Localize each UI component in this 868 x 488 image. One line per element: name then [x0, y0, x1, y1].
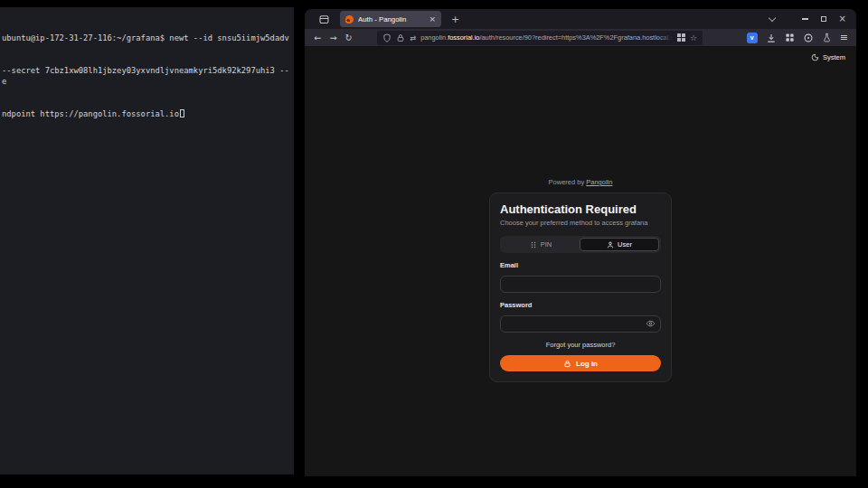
blue-extension-icon[interactable]: v — [747, 33, 758, 43]
reload-button[interactable]: ↻ — [341, 33, 356, 42]
list-all-tabs-chevron-icon[interactable] — [768, 14, 775, 21]
new-tab-button[interactable]: + — [451, 14, 459, 25]
window-controls: × — [802, 14, 846, 23]
powered-by-text: Powered by — [549, 178, 585, 186]
tab-close-icon[interactable]: × — [429, 14, 436, 23]
powered-by: Powered byPangolin — [489, 178, 672, 186]
user-icon — [607, 241, 614, 249]
keypad-icon — [530, 241, 537, 249]
tracking-protection-shield-icon[interactable] — [382, 33, 392, 42]
theme-selector[interactable]: System — [811, 53, 845, 61]
bookmark-star-icon[interactable]: ☆ — [690, 33, 697, 42]
downloads-icon[interactable] — [766, 33, 777, 43]
tab-pin[interactable]: PIN — [502, 238, 580, 251]
auth-method-tabs: PIN User — [500, 236, 661, 253]
browser-window: Auth - Pangolin × + × ← → ↻ ⇄ pangolin.f… — [305, 9, 856, 476]
auth-section: Powered byPangolin Authentication Requir… — [489, 178, 672, 382]
terminal-line: ndpoint https://pangolin.fossorial.io — [2, 108, 292, 119]
toolbar-extension-icons: v ≡ — [747, 32, 848, 43]
url-bar[interactable]: ⇄ pangolin.fossorial.io/auth/resource/90… — [377, 31, 703, 45]
tab-title: Auth - Pangolin — [358, 15, 424, 23]
page-action-grid-icon[interactable] — [677, 33, 685, 42]
auth-card: Authentication Required Choose your pref… — [489, 192, 672, 382]
browser-tab-auth-pangolin[interactable]: Auth - Pangolin × — [340, 11, 441, 27]
terminal-cursor — [180, 109, 184, 117]
password-field[interactable] — [500, 315, 661, 333]
lock-icon[interactable] — [396, 33, 405, 42]
password-label: Password — [500, 301, 661, 309]
terminal-window[interactable]: ubuntu@ip-172-31-27-116:~/grafana$ newt … — [0, 7, 294, 474]
show-password-eye-icon[interactable] — [646, 318, 656, 328]
url-path: /auth/resource/90?redirect=https%3A%2F%2… — [479, 33, 672, 42]
circle-extension-icon[interactable] — [803, 33, 814, 43]
moon-icon — [811, 53, 819, 61]
close-window-button[interactable]: × — [839, 14, 846, 23]
forward-button[interactable]: → — [326, 33, 341, 42]
navigation-toolbar: ← → ↻ ⇄ pangolin.fossorial.io/auth/resou… — [305, 29, 856, 47]
login-button-label: Log in — [576, 360, 598, 368]
tab-user[interactable]: User — [580, 238, 659, 251]
tab-pin-label: PIN — [541, 240, 552, 249]
minimize-button[interactable] — [802, 18, 808, 19]
login-button[interactable]: Log in — [500, 355, 661, 371]
email-input-wrap — [500, 274, 661, 293]
terminal-line: ubuntu@ip-172-31-27-116:~/grafana$ newt … — [2, 33, 292, 43]
firefox-view-icon[interactable] — [316, 12, 332, 26]
tab-user-label: User — [618, 240, 632, 249]
back-button[interactable]: ← — [310, 33, 326, 42]
login-lock-icon — [563, 360, 571, 368]
menu-hamburger-icon[interactable]: ≡ — [840, 32, 848, 43]
url-text: pangolin.fossorial.io/auth/resource/90?r… — [420, 33, 673, 42]
pangolin-favicon-icon — [345, 15, 354, 23]
theme-label: System — [823, 53, 845, 61]
permissions-swap-icon[interactable]: ⇄ — [410, 33, 416, 42]
extensions-grid-icon[interactable] — [785, 33, 795, 42]
password-input-wrap — [500, 314, 661, 333]
email-label: Email — [500, 261, 661, 269]
terminal-line-text: ndpoint https://pangolin.fossorial.io — [2, 109, 179, 118]
tab-bar: Auth - Pangolin × + × — [305, 9, 856, 29]
card-subtitle: Choose your preferred method to access g… — [500, 219, 661, 227]
email-field[interactable] — [500, 276, 661, 293]
url-domain: fossorial.io — [448, 33, 479, 42]
card-title: Authentication Required — [500, 202, 661, 216]
page-content: System Powered byPangolin Authentication… — [305, 47, 856, 476]
pangolin-link[interactable]: Pangolin — [586, 178, 612, 186]
terminal-line: --secret 7cbz1xw08lh1jbzey03yxvndljvneam… — [2, 65, 292, 87]
url-pre-domain: pangolin. — [420, 33, 448, 42]
forgot-password-link[interactable]: Forgot your password? — [500, 341, 661, 349]
maximize-button[interactable] — [821, 16, 826, 22]
flask-extension-icon[interactable] — [822, 33, 832, 42]
